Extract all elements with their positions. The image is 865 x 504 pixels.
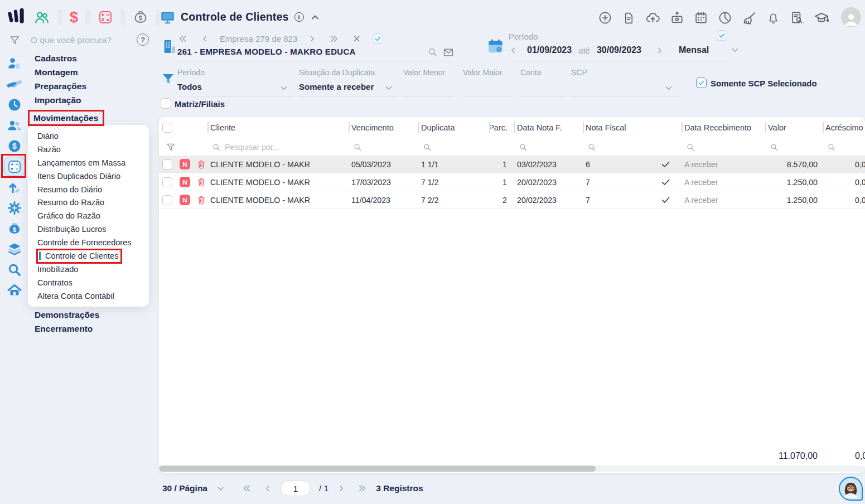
last-company-icon[interactable] [329, 33, 340, 44]
trash-icon[interactable] [196, 195, 206, 205]
col-parc[interactable]: Parc. [489, 117, 514, 138]
submenu-item[interactable]: Diário [28, 129, 149, 143]
table-row[interactable]: N CLIENTE MODELO - MAKR 11/04/2023 7 2/2… [159, 191, 865, 209]
collapse-icon[interactable] [310, 12, 321, 23]
trash-icon[interactable] [196, 159, 206, 169]
duplicata-search-input[interactable] [418, 143, 489, 152]
sidebar-search-input[interactable]: O que você procura? [31, 35, 112, 45]
support-chat-avatar[interactable] [839, 477, 863, 501]
table-filter-icon[interactable] [159, 142, 176, 152]
somente-scp-checkbox[interactable] [696, 77, 707, 88]
first-company-icon[interactable] [177, 33, 188, 44]
select-all-checkbox[interactable] [162, 123, 172, 133]
help-icon[interactable]: ? [137, 33, 149, 46]
valor-menor-input[interactable] [403, 96, 453, 96]
n-badge[interactable]: N [180, 195, 190, 205]
submenu-item[interactable]: Itens Duplicados Diário [28, 169, 149, 183]
sidebar-section[interactable]: Demonstrações [35, 310, 99, 320]
money-bag-icon[interactable]: $ [7, 221, 22, 236]
trend-edit-icon[interactable] [7, 180, 22, 195]
submenu-item[interactable]: Contratos [28, 276, 149, 289]
filter-periodo-value[interactable]: Todos [177, 82, 202, 91]
clients-module-icon[interactable] [33, 9, 50, 26]
submenu-item[interactable]: Resumo do Razão [28, 196, 149, 209]
submenu-item[interactable]: Altera Conta Contábil [28, 289, 149, 303]
next-period-icon[interactable] [655, 46, 664, 55]
clear-company-icon[interactable] [352, 34, 361, 43]
trash-icon[interactable] [196, 177, 206, 187]
dollar-circle-icon[interactable]: $ [7, 138, 22, 154]
sidebar-section-movimentacoes[interactable]: Movimentações [33, 113, 98, 123]
page-size-select[interactable]: 30 / Página [162, 483, 207, 493]
app-logo-icon[interactable] [7, 7, 27, 25]
row-checkbox[interactable] [162, 177, 172, 187]
sidebar-section[interactable]: Preparações [35, 81, 86, 91]
company-checkbox[interactable] [373, 33, 383, 44]
vencimento-search-input[interactable] [349, 143, 418, 152]
period-end[interactable]: 30/09/2023 [597, 45, 641, 55]
sidebar-section[interactable]: Importação [35, 95, 81, 105]
col-nota-fiscal[interactable]: Nota Fiscal [583, 117, 650, 138]
filter-situacao-chevron-icon[interactable] [384, 83, 394, 93]
layers-icon[interactable] [7, 241, 22, 257]
n-badge[interactable]: N [180, 177, 190, 187]
filter-scp-chevron-icon[interactable] [664, 83, 674, 93]
scp-input[interactable] [571, 96, 679, 96]
period-mode-chevron-icon[interactable] [730, 45, 740, 55]
sidebar-section[interactable]: Encerramento [35, 324, 93, 334]
period-mode[interactable]: Mensal [679, 45, 709, 55]
filter-icon[interactable] [9, 35, 21, 46]
submenu-item[interactable]: Razão [28, 143, 149, 156]
col-valor[interactable]: Valor [765, 117, 823, 138]
submenu-item[interactable]: Gráfico do Razão [28, 209, 149, 222]
moneybag-module-icon[interactable] [133, 9, 148, 25]
period-start[interactable]: 01/09/2023 [527, 45, 572, 55]
clock-icon[interactable] [7, 97, 22, 113]
page-size-chevron-icon[interactable] [216, 484, 225, 493]
matriz-checkbox[interactable] [161, 98, 171, 109]
submenu-item[interactable]: Imobilizado [28, 263, 149, 276]
submenu-item[interactable]: Resumo do Diário [28, 183, 149, 196]
calculator-module-icon[interactable] [98, 9, 113, 25]
envelope-icon[interactable] [443, 47, 454, 58]
calculator-icon[interactable] [7, 159, 22, 175]
row-checkbox[interactable] [162, 159, 172, 169]
sidebar-section[interactable]: Montagem [35, 67, 78, 77]
submenu-item[interactable]: Lançamentos em Massa [28, 156, 149, 169]
conta-input[interactable] [520, 96, 564, 96]
company-search-icon[interactable] [427, 47, 438, 57]
valor-maior-input[interactable] [463, 96, 513, 96]
period-checkbox[interactable] [717, 30, 727, 41]
next-company-icon[interactable] [307, 34, 317, 43]
col-data-nota[interactable]: Data Nota F. [514, 117, 583, 138]
n-badge[interactable]: N [180, 159, 190, 169]
horizontal-scrollbar[interactable] [159, 466, 865, 472]
data-recebimento-search-input[interactable] [682, 143, 765, 152]
last-page-icon[interactable] [357, 483, 368, 493]
nota-fiscal-search-input[interactable] [583, 143, 650, 152]
filter-situacao-value[interactable]: Somente a receber [299, 82, 374, 91]
table-row[interactable]: N CLIENTE MODELO - MAKR 17/03/2023 7 1/2… [159, 173, 865, 191]
users-icon[interactable] [7, 118, 22, 133]
valor-search-input[interactable] [765, 143, 823, 152]
scrollbar-thumb[interactable] [159, 466, 596, 472]
first-page-icon[interactable] [241, 483, 252, 493]
prev-period-icon[interactable] [509, 46, 518, 55]
submenu-item[interactable]: Controle de Clientes [28, 249, 149, 263]
submenu-item[interactable]: Distribuição Lucros [28, 222, 149, 236]
acrescimo-search-input[interactable] [823, 143, 865, 152]
prev-company-icon[interactable] [200, 34, 210, 43]
search-rail-icon[interactable] [7, 262, 22, 278]
col-acrescimo[interactable]: Acréscimo [823, 117, 865, 138]
prev-page-icon[interactable] [263, 484, 272, 493]
col-data-recebimento[interactable]: Data Recebimento [682, 117, 765, 138]
row-checkbox[interactable] [162, 195, 172, 205]
next-page-icon[interactable] [337, 484, 346, 493]
table-row[interactable]: N CLIENTE MODELO - MAKR 05/03/2023 1 1/1… [159, 156, 865, 173]
finance-module-icon[interactable]: $ [70, 9, 78, 25]
col-duplicata[interactable]: Duplicata [418, 117, 489, 138]
sidebar-section[interactable]: Cadastros [35, 54, 77, 64]
col-vencimento[interactable]: Vencimento [349, 117, 418, 138]
user-gear-icon[interactable] [7, 56, 22, 71]
data-nota-search-input[interactable] [514, 143, 583, 152]
